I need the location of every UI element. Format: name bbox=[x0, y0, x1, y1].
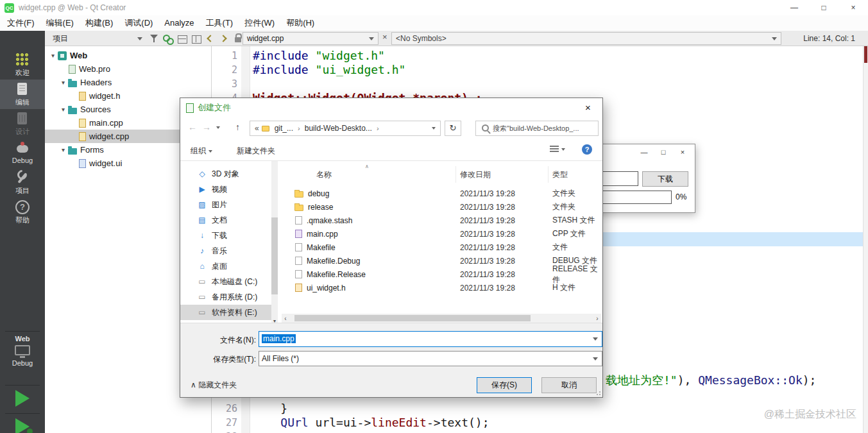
dialog-body: ◇3D 对象▶视频▨图片▤文档↓下载♪音乐⌂桌面▭本地磁盘 (C:)▭备用系统 … bbox=[180, 161, 602, 324]
picture-icon: ▨ bbox=[197, 200, 207, 209]
kit-selector[interactable]: Web Debug bbox=[0, 335, 45, 367]
address-dropdown-icon[interactable] bbox=[432, 127, 436, 130]
dialog-titlebar[interactable]: 创建文件 × bbox=[180, 98, 602, 117]
menu-item-7[interactable]: 帮助(H) bbox=[280, 15, 320, 31]
qt-creator-logo: QC bbox=[4, 3, 14, 13]
address-bar[interactable]: « git_... › build-Web-Deskto... › bbox=[250, 121, 441, 136]
help-button[interactable]: ? bbox=[582, 144, 592, 155]
place-item-6[interactable]: ⌂桌面 bbox=[180, 259, 271, 274]
menu-item-3[interactable]: 调试(D) bbox=[119, 15, 158, 31]
menu-item-1[interactable]: 编辑(E) bbox=[40, 15, 80, 31]
editor-toolbar: 项目 widget.cpp × <No Symbols> Line: 14, C… bbox=[45, 31, 868, 46]
run-button[interactable] bbox=[0, 387, 45, 412]
menu-item-5[interactable]: 工具(T) bbox=[200, 15, 239, 31]
app-close-button[interactable]: × bbox=[673, 144, 692, 160]
tree-item-0[interactable]: ▾Web bbox=[45, 49, 211, 62]
menu-item-0[interactable]: 文件(F) bbox=[1, 15, 40, 31]
place-item-4[interactable]: ↓下载 bbox=[180, 228, 271, 243]
nav-back-button[interactable]: ← bbox=[188, 122, 197, 132]
project-pane-selector[interactable]: 项目 bbox=[49, 32, 146, 45]
chevron-up-icon: ∧ bbox=[191, 380, 196, 389]
mode-projects[interactable]: 项目 bbox=[0, 168, 45, 198]
column-header-date[interactable]: 修改日期 bbox=[456, 166, 549, 183]
file-row-4[interactable]: Makefile2021/11/3 19:28文件 bbox=[282, 241, 602, 254]
save-button[interactable]: 保存(S) bbox=[477, 377, 532, 393]
maximize-button[interactable]: □ bbox=[809, 0, 838, 15]
place-item-9[interactable]: ▭软件资料 (E:) bbox=[180, 305, 271, 320]
symbols-combo[interactable]: <No Symbols> bbox=[391, 32, 781, 45]
mode-design[interactable]: 设计 bbox=[0, 109, 45, 139]
scroll-left-icon[interactable]: ‹ bbox=[282, 315, 289, 322]
editor-scrollbar[interactable] bbox=[863, 46, 868, 433]
go-back-icon[interactable] bbox=[207, 35, 214, 42]
mode-edit[interactable]: 编辑 bbox=[0, 80, 45, 109]
breadcrumb-item[interactable]: git_... bbox=[275, 124, 293, 133]
app-maximize-button[interactable]: □ bbox=[654, 144, 673, 160]
app-minimize-button[interactable]: — bbox=[634, 144, 654, 160]
close-document-icon[interactable]: × bbox=[382, 32, 387, 42]
place-item-1[interactable]: ▶视频 bbox=[180, 182, 271, 197]
line-number: 3 bbox=[212, 77, 241, 91]
mode-debug[interactable]: Debug bbox=[0, 139, 45, 168]
cancel-button[interactable]: 取消 bbox=[541, 377, 597, 393]
scroll-right-icon[interactable]: › bbox=[593, 315, 601, 322]
save-type-dropdown-button[interactable] bbox=[590, 352, 601, 365]
scrollbar-thumb[interactable] bbox=[294, 315, 531, 321]
file-row-7[interactable]: ui_widget.h2021/11/3 19:28H 文件 bbox=[282, 281, 602, 294]
search-box[interactable]: 搜索"build-Web-Desktop_... bbox=[475, 121, 599, 136]
place-item-7[interactable]: ▭本地磁盘 (C:) bbox=[180, 274, 271, 289]
dialog-footer: 文件名(N): main.cpp 保存类型(T): All Files (*) … bbox=[180, 323, 602, 397]
place-label: 文档 bbox=[212, 215, 227, 226]
go-forward-icon[interactable] bbox=[219, 35, 226, 42]
place-item-2[interactable]: ▨图片 bbox=[180, 197, 271, 212]
dialog-close-button[interactable]: × bbox=[574, 98, 602, 117]
menu-item-6[interactable]: 控件(W) bbox=[239, 15, 280, 31]
breadcrumb-item[interactable]: build-Web-Deskto... bbox=[305, 124, 372, 133]
tree-item-2[interactable]: ▾Headers bbox=[45, 76, 211, 89]
horizontal-scrollbar[interactable]: ‹ › bbox=[282, 314, 601, 323]
nav-history-icon[interactable] bbox=[216, 126, 220, 129]
menu-item-4[interactable]: Analyze bbox=[158, 15, 200, 31]
debug-run-button[interactable] bbox=[0, 416, 45, 433]
close-split-icon[interactable] bbox=[191, 33, 201, 44]
download-button[interactable]: 下载 bbox=[642, 171, 688, 187]
filename-dropdown-button[interactable] bbox=[590, 332, 601, 346]
link-icon[interactable] bbox=[163, 33, 173, 44]
close-button[interactable]: × bbox=[838, 0, 868, 15]
mode-welcome[interactable]: 欢迎 bbox=[0, 50, 45, 80]
filename-input[interactable]: main.cpp bbox=[259, 331, 602, 347]
filter-icon[interactable] bbox=[149, 33, 160, 44]
file-row-0[interactable]: debug2021/11/3 19:28文件夹 bbox=[282, 187, 602, 200]
file-date: 2021/11/3 19:28 bbox=[456, 203, 549, 212]
place-item-3[interactable]: ▤文档 bbox=[180, 212, 271, 228]
hide-folders-button[interactable]: ∧ 隐藏文件夹 bbox=[191, 380, 237, 391]
view-mode-button[interactable] bbox=[550, 146, 565, 153]
place-item-0[interactable]: ◇3D 对象 bbox=[180, 166, 271, 182]
menu-item-2[interactable]: 构建(B) bbox=[80, 15, 119, 31]
column-header-type[interactable]: 类型 bbox=[549, 166, 602, 183]
new-folder-button[interactable]: 新建文件夹 bbox=[237, 146, 275, 157]
split-icon[interactable] bbox=[177, 33, 187, 44]
scrollbar-thumb[interactable] bbox=[271, 217, 278, 294]
cpp-file-icon bbox=[79, 119, 86, 128]
minimize-button[interactable]: — bbox=[779, 0, 809, 15]
save-type-select[interactable]: All Files (*) bbox=[259, 351, 602, 366]
open-file-combo[interactable]: widget.cpp bbox=[243, 32, 379, 45]
file-row-2[interactable]: .qmake.stash2021/11/3 19:28STASH 文件 bbox=[282, 214, 602, 227]
nav-forward-button[interactable]: → bbox=[202, 122, 211, 132]
organize-button[interactable]: 组织 bbox=[191, 146, 212, 157]
tree-item-1[interactable]: Web.pro bbox=[45, 62, 211, 76]
column-header-name[interactable]: 名称 bbox=[282, 166, 456, 183]
file-row-3[interactable]: main.cpp2021/11/3 19:28CPP 文件 bbox=[282, 227, 602, 241]
refresh-button[interactable]: ↻ bbox=[445, 121, 461, 136]
mode-help[interactable]: ?帮助 bbox=[0, 198, 45, 227]
resize-grip[interactable] bbox=[595, 389, 600, 395]
place-item-8[interactable]: ▭备用系统 (D:) bbox=[180, 289, 271, 305]
places-scrollbar[interactable]: ▾ bbox=[271, 161, 278, 324]
breadcrumb-overflow-icon[interactable]: « bbox=[255, 124, 259, 133]
place-item-5[interactable]: ♪音乐 bbox=[180, 243, 271, 259]
file-row-1[interactable]: release2021/11/3 19:28文件夹 bbox=[282, 200, 602, 214]
file-row-6[interactable]: Makefile.Release2021/11/3 19:28RELEASE 文… bbox=[282, 267, 602, 281]
nav-up-button[interactable]: ↑ bbox=[235, 122, 240, 132]
code-token: } bbox=[253, 402, 287, 415]
